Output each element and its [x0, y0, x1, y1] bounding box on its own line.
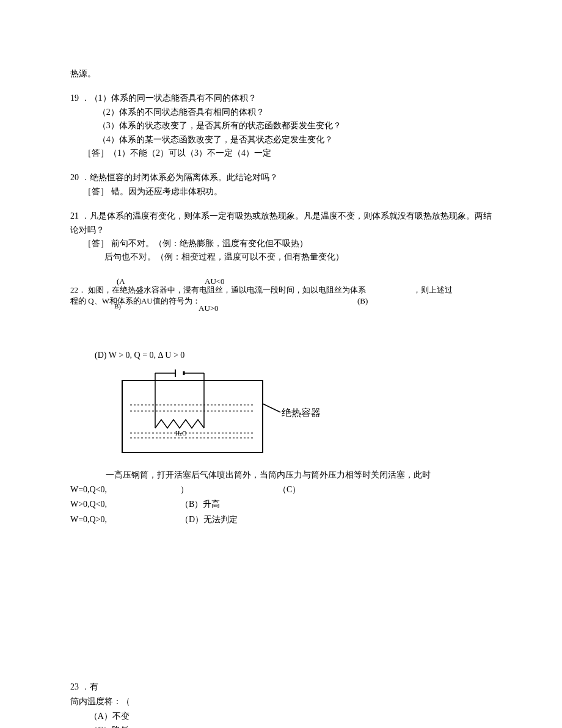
q22-option-d: (D) W > 0, Q = 0, Δ U > 0 [70, 349, 492, 362]
diagram-label: 绝热容器 [282, 407, 321, 418]
q22-option-b-marker: (B) [357, 295, 368, 308]
q23-option-a: （A）不变 [70, 709, 492, 724]
table-row: W=0,Q<0, ） （C） [70, 482, 301, 497]
svg-rect-0 [122, 380, 263, 453]
q23-option-c: （C）降低 [70, 723, 492, 728]
q23-r3c2: （D）无法判定 [180, 512, 278, 527]
q22-stem2-text: 程的 Q、W和体系的AU值的符号为： [70, 296, 200, 305]
q21-answer1: ［答］ 前句不对。（例：绝热膨胀，温度有变化但不吸热） [70, 237, 492, 250]
question-19: 19 ．（1）体系的同一状态能否具有不同的体积？ （2）体系的不同状态能否具有相… [70, 92, 492, 160]
q23-tail1: 23 ．有 [70, 680, 492, 694]
q23-r2c2: （B）升高 [180, 497, 278, 512]
q22-stem-front: 22． 如图，在绝热盛水容器中，浸有电阻丝，通以电流一段时间，如以电阻丝为体系 [70, 285, 366, 294]
q20-line1: 20 ．绝热恒容的封闭体系必为隔离体系。此结论对吗？ [70, 171, 492, 184]
q22-au-gt0: AU>0 [199, 302, 219, 315]
q22-diagram: H₂O 绝热容器 [122, 367, 492, 460]
svg-line-11 [263, 404, 280, 412]
q19-line1: 19 ．（1）体系的同一状态能否具有不同的体积？ [70, 92, 492, 105]
q22-stem-line2: 程的 Q、W和体系的AU值的符号为： (B) [70, 295, 492, 308]
q23-r1c2: ） [180, 482, 278, 497]
question-22: (A AU<0 22． 如图，在绝热盛水容器中，浸有电阻丝，通以电流一段时间，如… [70, 275, 492, 312]
q23-tail2: 筒内温度将：（ [70, 694, 492, 709]
q23-intro: 一高压钢筒，打开活塞后气体喷出筒外，当筒内压力与筒外压力相等时关闭活塞，此时 [70, 468, 492, 482]
question-20: 20 ．绝热恒容的封闭体系必为隔离体系。此结论对吗？ ［答］ 错。因为还应考虑非… [70, 171, 492, 198]
q19-sub3: （3）体系的状态改变了，是否其所有的状态函数都要发生变化？ [70, 119, 492, 133]
q23-r2c1: W>0,Q<0, [70, 497, 180, 512]
q23-r3c1: W=0,Q>0, [70, 512, 180, 527]
question-21: 21 ．凡是体系的温度有变化，则体系一定有吸热或放热现象。凡是温度不变，则体系就… [70, 209, 492, 264]
q23-r1c3: （C） [278, 482, 301, 497]
fragment-heat-source: 热源。 [70, 67, 492, 81]
q23-options-table: W=0,Q<0, ） （C） W>0,Q<0, （B）升高 W=0,Q>0, （… [70, 482, 301, 527]
q19-sub4: （4）体系的某一状态函数改变了，是否其状态必定发生变化？ [70, 133, 492, 147]
q23-r1c1: W=0,Q<0, [70, 482, 180, 497]
q19-sub2: （2）体系的不同状态能否具有相同的体积？ [70, 106, 492, 119]
q20-answer: ［答］ 错。因为还应考虑非体积功。 [70, 185, 492, 198]
question-23-tail: 23 ．有 筒内温度将：（ （A）不变 （C）降低 [70, 680, 492, 728]
adiabatic-container-icon: H₂O 绝热容器 [122, 367, 329, 456]
q22-stem-tail: ，则上述过 [413, 285, 453, 294]
q21-line1: 21 ．凡是体系的温度有变化，则体系一定有吸热或放热现象。凡是温度不变，则体系就… [70, 209, 492, 237]
q21-answer2: 后句也不对。（例：相变过程，温度可以不变，但有热量变化） [70, 250, 492, 264]
q22-option-b-label: B) [114, 301, 121, 312]
diagram-h2o-label: H₂O [175, 430, 186, 437]
table-row: W=0,Q>0, （D）无法判定 [70, 512, 301, 527]
q19-answer: ［答］（1）不能（2）可以（3）不一定（4）一定 [70, 147, 492, 160]
table-row: W>0,Q<0, （B）升高 [70, 497, 301, 512]
